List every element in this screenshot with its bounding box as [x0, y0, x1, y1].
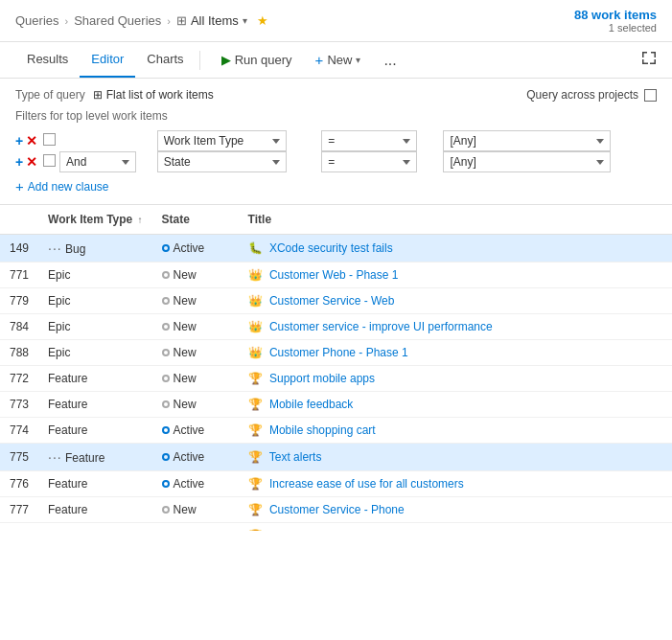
new-label: New	[327, 53, 352, 67]
filter-row-2: + ✕ And State =	[15, 151, 657, 172]
results-section: Work Item Type ↑ State Title 149 ··· Bug…	[0, 205, 672, 531]
filter-row-1-remove-icon[interactable]: ✕	[26, 133, 37, 149]
table-row[interactable]: 776 Feature Active 🏆 Increase ease of us…	[0, 471, 672, 497]
breadcrumb-shared-queries[interactable]: Shared Queries	[74, 13, 161, 28]
col-header-title[interactable]: Title	[239, 205, 672, 235]
title-link[interactable]: XCode security test fails	[269, 241, 393, 255]
cell-id[interactable]: 788	[0, 340, 38, 366]
cell-id[interactable]: 784	[0, 314, 38, 340]
cell-state: New	[152, 366, 239, 392]
results-wrapper[interactable]: Work Item Type ↑ State Title 149 ··· Bug…	[0, 205, 672, 531]
cell-state: Active	[152, 235, 239, 263]
tab-charts[interactable]: Charts	[135, 42, 195, 78]
title-link[interactable]: Mobile feedback	[269, 398, 353, 411]
table-row[interactable]: 773 Feature New 🏆 Mobile feedback	[0, 392, 672, 418]
cell-type: Epic	[38, 340, 152, 366]
title-link[interactable]: Customer Service - Web	[269, 294, 394, 308]
new-button[interactable]: + New ▾	[306, 46, 371, 74]
breadcrumb-chevron-1: ›	[65, 15, 69, 27]
filter-row-2-add-icon[interactable]: +	[15, 154, 23, 170]
work-items-count-section: 88 work items 1 selected	[574, 8, 657, 34]
breadcrumb-chevron-2: ›	[167, 15, 171, 27]
table-row[interactable]: 149 ··· Bug Active 🐛 XCode security test…	[0, 235, 672, 263]
table-row[interactable]: 771 Epic New 👑 Customer Web - Phase 1	[0, 263, 672, 288]
cell-id[interactable]: 776	[0, 471, 38, 497]
state-dot-active	[162, 426, 170, 434]
cell-id[interactable]: 775	[0, 444, 38, 471]
tab-results[interactable]: Results	[15, 42, 80, 78]
state-dot-new	[162, 400, 170, 408]
title-link[interactable]: Customer Web - Phase 1	[269, 268, 399, 282]
table-row[interactable]: 772 Feature New 🏆 Support mobile apps	[0, 366, 672, 392]
query-type-label: Type of query	[15, 88, 85, 102]
cell-id[interactable]: 777	[0, 497, 38, 523]
table-row[interactable]: 777 Feature New 🏆 Customer Service - Pho…	[0, 497, 672, 523]
filter-row-2-checkbox[interactable]	[43, 154, 56, 167]
cell-title: 👑 Customer Service - Web	[239, 288, 672, 314]
row-more-icon[interactable]: ···	[48, 449, 62, 465]
filter-row-2-andor-select[interactable]: And	[59, 151, 136, 172]
new-dropdown-icon: ▾	[356, 55, 360, 65]
table-row[interactable]: 784 Epic New 👑 Customer service - improv…	[0, 314, 672, 340]
title-icon: 🐛	[248, 241, 263, 255]
cell-state: Active	[152, 444, 239, 471]
filter-row-2-actions: + ✕	[15, 154, 43, 170]
filter-row-2-operator-select[interactable]: =	[321, 151, 417, 172]
table-row[interactable]: 775 ··· Feature Active 🏆 Text alerts	[0, 444, 672, 471]
filter-row-1-add-icon[interactable]: +	[15, 133, 23, 149]
breadcrumb-queries[interactable]: Queries	[15, 13, 59, 28]
table-row[interactable]: 774 Feature Active 🏆 Mobile shopping car…	[0, 418, 672, 444]
filter-row-2-remove-icon[interactable]: ✕	[26, 154, 37, 170]
cell-id[interactable]: 149	[0, 235, 38, 263]
tab-editor[interactable]: Editor	[80, 42, 135, 78]
cell-id[interactable]: 772	[0, 366, 38, 392]
title-icon: 🏆	[248, 477, 263, 491]
title-link[interactable]: Customer Service - Phone	[269, 503, 405, 516]
title-link[interactable]: Mobile shopping cart	[269, 423, 376, 437]
run-query-button[interactable]: ▶ Run query	[212, 47, 302, 73]
title-link[interactable]: Increase ease of use for all customers	[269, 477, 464, 491]
title-link[interactable]: Build Settings Experience	[269, 529, 401, 531]
cell-id[interactable]: 773	[0, 392, 38, 418]
title-icon: 👑	[248, 346, 263, 359]
title-link[interactable]: Support mobile apps	[269, 372, 375, 385]
filter-row-1-field-select[interactable]: Work Item Type	[157, 130, 287, 151]
table-header-row: Work Item Type ↑ State Title	[0, 205, 672, 235]
query-across-checkbox[interactable]	[644, 89, 657, 102]
table-row[interactable]: 779 Epic New 👑 Customer Service - Web	[0, 288, 672, 314]
table-row[interactable]: 778 Feature New 🏆 Build Settings Experie…	[0, 523, 672, 532]
toolbar: ▶ Run query + New ▾ ...	[212, 46, 406, 75]
favorite-star-icon[interactable]: ★	[257, 13, 268, 28]
filter-row-1-checkbox[interactable]	[43, 133, 56, 146]
cell-id[interactable]: 774	[0, 418, 38, 444]
filter-row-2-value-select[interactable]: [Any]	[443, 151, 611, 172]
state-dot-new	[162, 349, 170, 356]
title-link[interactable]: Customer service - improve UI performanc…	[269, 320, 493, 333]
filter-row-1-operator-select[interactable]: =	[321, 130, 417, 151]
filter-row-2-field-select[interactable]: State	[157, 151, 287, 172]
title-link[interactable]: Text alerts	[269, 450, 322, 464]
cell-title: 🐛 XCode security test fails	[239, 235, 672, 263]
more-button[interactable]: ...	[374, 46, 406, 75]
breadcrumb-dropdown-icon[interactable]: ▾	[243, 15, 247, 26]
col-header-state[interactable]: State	[152, 205, 239, 235]
add-clause-button[interactable]: + Add new clause	[15, 178, 657, 194]
table-row[interactable]: 788 Epic New 👑 Customer Phone - Phase 1	[0, 340, 672, 366]
filter-row-1-value-select[interactable]: [Any]	[443, 130, 611, 151]
cell-type: Feature	[38, 366, 152, 392]
cell-id[interactable]: 778	[0, 523, 38, 532]
title-icon: 🏆	[248, 372, 263, 385]
filters-label: Filters for top level work items	[15, 109, 657, 123]
add-clause-label: Add new clause	[28, 180, 109, 194]
query-across-projects: Query across projects	[526, 88, 657, 102]
col-header-id[interactable]	[0, 205, 38, 235]
new-plus-icon: +	[315, 52, 324, 68]
cell-id[interactable]: 771	[0, 263, 38, 288]
title-link[interactable]: Customer Phone - Phase 1	[269, 346, 408, 359]
col-header-type[interactable]: Work Item Type ↑	[38, 205, 152, 235]
breadcrumb-grid-icon: ⊞	[176, 13, 187, 28]
row-more-icon[interactable]: ···	[48, 240, 62, 256]
expand-button[interactable]	[641, 51, 657, 69]
cell-id[interactable]: 779	[0, 288, 38, 314]
query-type-row: Type of query ⊞ Flat list of work items …	[15, 88, 657, 102]
